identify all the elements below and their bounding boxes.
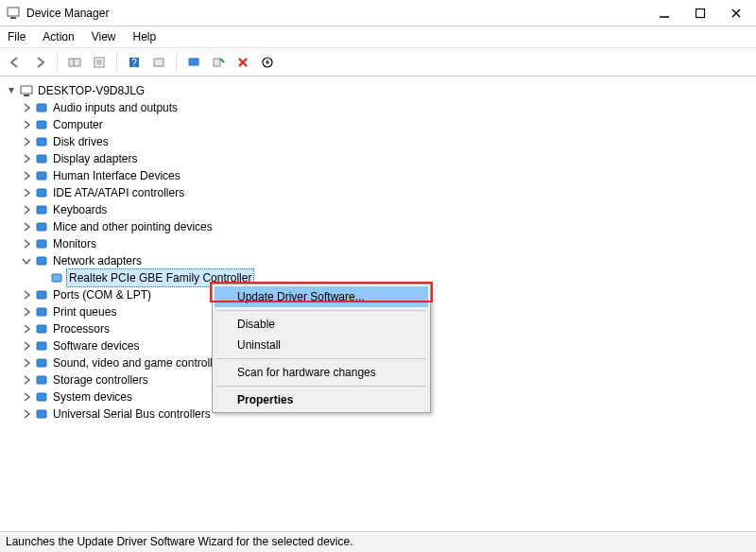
tree-category-label[interactable]: Storage controllers: [53, 371, 148, 388]
tree-root-label[interactable]: DESKTOP-V9D8JLG: [38, 82, 145, 99]
tree-category[interactable]: Network adapters: [4, 252, 752, 269]
expand-icon[interactable]: [21, 136, 32, 147]
app-icon: [6, 6, 21, 21]
help-button[interactable]: ?: [125, 53, 144, 72]
tree-category-label[interactable]: System devices: [53, 388, 132, 405]
ctx-scan[interactable]: Scan for hardware changes: [215, 362, 428, 383]
svg-rect-20: [21, 86, 32, 94]
expand-icon[interactable]: [21, 391, 32, 403]
svg-rect-24: [37, 138, 46, 146]
expand-icon[interactable]: [21, 340, 32, 352]
expand-icon[interactable]: [21, 323, 32, 335]
tree-category-label[interactable]: Mice and other pointing devices: [53, 218, 213, 235]
tree-category-label[interactable]: Display adapters: [53, 150, 137, 167]
menu-file[interactable]: File: [8, 30, 26, 43]
svg-rect-21: [24, 95, 29, 96]
ctx-separator: [216, 358, 426, 359]
tree-category-label[interactable]: Audio inputs and outputs: [53, 99, 178, 116]
svg-rect-40: [37, 410, 46, 418]
titlebar: Device Manager: [0, 0, 756, 26]
svg-rect-27: [37, 189, 46, 197]
device-category-icon: [34, 134, 49, 149]
svg-rect-39: [37, 393, 46, 401]
maximize-button[interactable]: [694, 7, 707, 20]
tree-category[interactable]: Display adapters: [4, 150, 752, 167]
svg-rect-25: [37, 155, 46, 163]
forward-button[interactable]: [30, 53, 49, 72]
svg-rect-36: [37, 342, 46, 350]
expand-icon[interactable]: [21, 357, 32, 369]
expand-icon[interactable]: [21, 102, 32, 113]
menu-view[interactable]: View: [92, 30, 116, 43]
tree-category[interactable]: Keyboards: [4, 201, 752, 218]
collapse-icon[interactable]: [6, 85, 17, 96]
disable-button[interactable]: [233, 53, 252, 72]
ctx-update-driver[interactable]: Update Driver Software...: [215, 286, 428, 307]
svg-rect-3: [696, 9, 705, 17]
tree-category-label[interactable]: Computer: [53, 116, 103, 133]
expand-icon[interactable]: [21, 187, 32, 198]
enable-button[interactable]: [258, 53, 277, 72]
tree-category-label[interactable]: Disk drives: [53, 133, 109, 150]
update-driver-button[interactable]: [184, 53, 203, 72]
tree-category[interactable]: Disk drives: [4, 133, 752, 150]
menu-help[interactable]: Help: [133, 30, 157, 43]
menu-action[interactable]: Action: [43, 30, 74, 43]
ctx-properties[interactable]: Properties: [215, 389, 428, 410]
ctx-disable[interactable]: Disable: [215, 314, 428, 335]
tree-root[interactable]: DESKTOP-V9D8JLG: [4, 82, 752, 99]
tree-category[interactable]: Human Interface Devices: [4, 167, 752, 184]
tree-category-label[interactable]: Print queues: [53, 303, 116, 320]
tree-category[interactable]: Computer: [4, 116, 752, 133]
expand-icon[interactable]: [21, 153, 32, 164]
close-button[interactable]: [730, 7, 743, 20]
tree-category-label[interactable]: Network adapters: [53, 252, 142, 269]
back-button[interactable]: [6, 53, 25, 72]
expand-icon[interactable]: [21, 289, 32, 301]
svg-rect-1: [10, 17, 16, 19]
network-adapter-icon: [49, 270, 64, 285]
properties-button[interactable]: [90, 53, 109, 72]
context-menu: Update Driver Software... Disable Uninst…: [212, 284, 431, 413]
tree-category-label[interactable]: Universal Serial Bus controllers: [53, 405, 211, 423]
expand-icon[interactable]: [21, 408, 32, 420]
tree-category-label[interactable]: Ports (COM & LPT): [53, 286, 151, 303]
expand-icon[interactable]: [21, 238, 32, 250]
expand-icon[interactable]: [21, 374, 32, 386]
expand-icon[interactable]: [21, 170, 32, 181]
expand-icon[interactable]: [21, 306, 32, 318]
tree-category[interactable]: Mice and other pointing devices: [4, 218, 752, 235]
expand-icon[interactable]: [21, 204, 32, 216]
device-category-icon: [34, 219, 49, 234]
tree-category-label[interactable]: IDE ATA/ATAPI controllers: [53, 184, 184, 201]
device-category-icon: [34, 338, 49, 354]
minimize-button[interactable]: [658, 7, 671, 20]
device-category-icon: [34, 202, 49, 217]
svg-rect-0: [8, 8, 19, 16]
expand-icon[interactable]: [21, 221, 32, 233]
tree-category[interactable]: Audio inputs and outputs: [4, 99, 752, 116]
svg-rect-37: [37, 359, 46, 367]
device-category-icon: [34, 236, 49, 251]
tree-category[interactable]: IDE ATA/ATAPI controllers: [4, 184, 752, 201]
ctx-uninstall[interactable]: Uninstall: [215, 335, 428, 355]
device-category-icon: [34, 406, 49, 422]
svg-rect-35: [37, 325, 46, 333]
svg-rect-14: [154, 59, 163, 66]
tree-category-label[interactable]: Software devices: [53, 337, 139, 354]
svg-text:?: ?: [131, 58, 137, 68]
svg-rect-29: [37, 223, 46, 231]
tree-category[interactable]: Monitors: [4, 235, 752, 252]
tree-category-label[interactable]: Processors: [53, 320, 110, 337]
tree-category-label[interactable]: Human Interface Devices: [53, 167, 180, 184]
tree-category-label[interactable]: Monitors: [53, 235, 96, 252]
show-hide-console-button[interactable]: [65, 53, 84, 72]
scan-hardware-button[interactable]: [149, 53, 168, 72]
expand-icon[interactable]: [21, 119, 32, 130]
window-buttons: [658, 7, 750, 20]
tree-category-label[interactable]: Sound, video and game controllers: [53, 354, 228, 371]
svg-rect-16: [214, 59, 220, 66]
uninstall-button[interactable]: [209, 53, 228, 72]
collapse-icon[interactable]: [21, 255, 32, 267]
tree-category-label[interactable]: Keyboards: [53, 201, 107, 218]
